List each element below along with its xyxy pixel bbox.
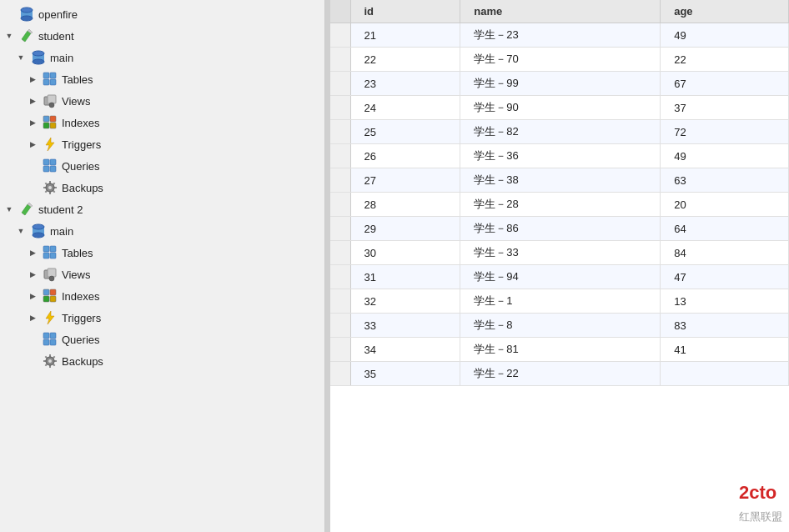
tree-arrow-student[interactable] (3, 30, 15, 42)
sidebar-item-student-main[interactable]: main (0, 47, 324, 68)
sidebar-label-student-main: main (50, 52, 73, 64)
svg-rect-20 (50, 166, 56, 172)
tree-arrow-student2-indexes[interactable] (27, 290, 38, 302)
row-selector-cell[interactable] (330, 48, 350, 72)
row-selector-cell[interactable] (330, 338, 350, 362)
table-row[interactable]: 29学生－8664 (330, 217, 789, 241)
edit-icon (18, 201, 35, 218)
tree-arrow-student2-main[interactable] (15, 225, 27, 237)
cell-name: 学生－94 (460, 265, 661, 289)
row-selector-cell[interactable] (330, 120, 350, 144)
sidebar-label-openfire: openfire (38, 8, 78, 21)
sidebar-item-student-queries[interactable]: Queries (0, 155, 324, 177)
sidebar-item-student2-triggers[interactable]: Triggers (0, 307, 324, 329)
sidebar-item-student-tables[interactable]: Tables (0, 68, 324, 90)
cell-name: 学生－1 (460, 289, 661, 314)
tree-arrow-student2-triggers[interactable] (27, 312, 38, 324)
row-selector-cell[interactable] (330, 23, 350, 48)
sidebar-label-student: student (38, 30, 74, 43)
sidebar-item-student[interactable]: student (0, 25, 324, 47)
indexes-icon (42, 288, 58, 304)
row-selector-cell[interactable] (330, 193, 350, 217)
sidebar-item-student2-queries[interactable]: Queries (0, 329, 324, 350)
cell-name: 学生－22 (460, 362, 661, 386)
cell-age: 13 (661, 289, 789, 314)
table-row[interactable]: 33学生－883 (330, 314, 789, 338)
sidebar-label-student-backups: Backups (62, 182, 103, 194)
row-selector-cell[interactable] (330, 362, 350, 386)
row-selector-cell[interactable] (330, 289, 350, 314)
tree-arrow-student-triggers[interactable] (27, 138, 38, 150)
table-row[interactable]: 32学生－113 (330, 289, 789, 314)
cell-name: 学生－38 (460, 168, 661, 193)
table-row[interactable]: 26学生－3649 (330, 144, 789, 168)
row-selector-cell[interactable] (330, 72, 350, 96)
tree-arrow-student2-tables[interactable] (27, 247, 38, 258)
tree-arrow-student-views[interactable] (27, 95, 38, 107)
cell-id: 35 (350, 362, 460, 386)
sidebar-item-student-triggers[interactable]: Triggers (0, 133, 324, 155)
tables-icon (42, 71, 58, 88)
cell-age: 84 (661, 241, 789, 265)
col-header-age[interactable]: age (661, 0, 789, 23)
sidebar-item-student2-backups[interactable]: Backups (0, 350, 324, 372)
sidebar-label-student-tables: Tables (62, 73, 93, 86)
table-row[interactable]: 35学生－22 (330, 362, 789, 386)
svg-rect-17 (43, 159, 49, 165)
svg-point-33 (33, 233, 44, 238)
row-selector-cell[interactable] (330, 241, 350, 265)
col-header-id[interactable]: id (350, 0, 460, 23)
cell-name: 学生－33 (460, 241, 661, 265)
data-table: id name age 21学生－234922学生－702223学生－99672… (330, 0, 789, 386)
cell-id: 22 (350, 48, 460, 72)
table-row[interactable]: 27学生－3863 (330, 168, 789, 193)
cell-id: 28 (350, 193, 460, 217)
svg-rect-11 (48, 95, 56, 103)
sidebar-label-student-views: Views (62, 95, 90, 108)
row-selector-cell[interactable] (330, 96, 350, 120)
svg-rect-7 (50, 73, 56, 78)
db-icon (30, 49, 47, 66)
views-icon (42, 93, 58, 109)
tree-arrow-student-main[interactable] (15, 52, 27, 63)
sidebar-item-student2-views[interactable]: Views (0, 263, 324, 285)
tree-arrow-student-tables[interactable] (27, 73, 38, 85)
col-header-name[interactable]: name (460, 0, 661, 23)
sidebar-item-student2[interactable]: student 2 (0, 198, 324, 220)
sidebar-item-student-backups[interactable]: Backups (0, 177, 324, 198)
row-selector-cell[interactable] (330, 314, 350, 338)
col-selector-header (330, 0, 350, 23)
sidebar-label-student2-tables: Tables (62, 247, 93, 259)
table-row[interactable]: 24学生－9037 (330, 96, 789, 120)
cell-id: 31 (350, 265, 460, 289)
table-row[interactable]: 28学生－2820 (330, 193, 789, 217)
table-row[interactable]: 22学生－7022 (330, 48, 789, 72)
table-row[interactable]: 34学生－8141 (330, 338, 789, 362)
tree-arrow-student2[interactable] (3, 203, 15, 215)
table-row[interactable]: 31学生－9447 (330, 265, 789, 289)
table-row[interactable]: 23学生－9967 (330, 72, 789, 96)
row-selector-cell[interactable] (330, 168, 350, 193)
edit-icon (18, 28, 35, 44)
row-selector-cell[interactable] (330, 265, 350, 289)
sidebar-item-student-indexes[interactable]: Indexes (0, 112, 324, 133)
sidebar-item-openfire[interactable]: openfire (0, 3, 324, 25)
table-row[interactable]: 21学生－2349 (330, 23, 789, 48)
sidebar-label-student-triggers: Triggers (62, 138, 101, 151)
cell-age: 67 (661, 72, 789, 96)
sidebar-item-student2-tables[interactable]: Tables (0, 242, 324, 263)
sidebar-item-student2-indexes[interactable]: Indexes (0, 285, 324, 307)
table-area: id name age 21学生－234922学生－702223学生－99672… (330, 0, 789, 532)
sidebar-item-student-views[interactable]: Views (0, 90, 324, 112)
svg-rect-16 (50, 123, 56, 128)
sidebar-label-student2-indexes: Indexes (62, 290, 100, 303)
row-selector-cell[interactable] (330, 144, 350, 168)
cell-age: 22 (661, 48, 789, 72)
table-row[interactable]: 25学生－8272 (330, 120, 789, 144)
row-selector-cell[interactable] (330, 217, 350, 241)
table-row[interactable]: 30学生－3384 (330, 241, 789, 265)
tree-arrow-student2-views[interactable] (27, 269, 38, 280)
tree-arrow-student-indexes[interactable] (27, 117, 38, 128)
sidebar-label-student2: student 2 (38, 203, 83, 216)
sidebar-item-student2-main[interactable]: main (0, 220, 324, 242)
